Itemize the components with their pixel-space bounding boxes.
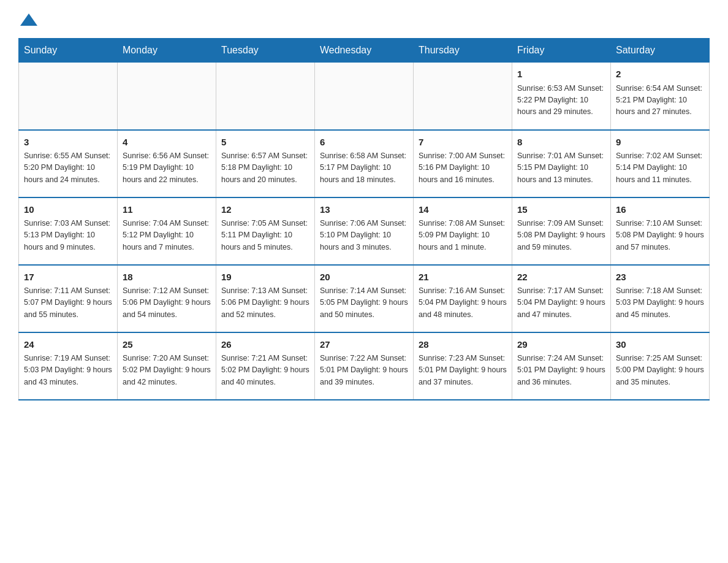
calendar-cell: 16Sunrise: 7:10 AM Sunset: 5:08 PM Dayli…	[611, 197, 710, 265]
calendar-cell: 3Sunrise: 6:55 AM Sunset: 5:20 PM Daylig…	[19, 130, 118, 197]
day-info: Sunrise: 7:17 AM Sunset: 5:04 PM Dayligh…	[517, 285, 605, 321]
calendar-cell: 8Sunrise: 7:01 AM Sunset: 5:15 PM Daylig…	[512, 130, 611, 197]
day-info: Sunrise: 7:02 AM Sunset: 5:14 PM Dayligh…	[616, 150, 704, 186]
day-number: 19	[221, 270, 309, 285]
calendar-cell: 5Sunrise: 6:57 AM Sunset: 5:18 PM Daylig…	[216, 130, 315, 197]
day-number: 26	[221, 338, 309, 352]
calendar-cell: 9Sunrise: 7:02 AM Sunset: 5:14 PM Daylig…	[611, 130, 710, 197]
day-number: 2	[616, 67, 704, 82]
day-number: 11	[123, 203, 211, 217]
calendar-cell: 1Sunrise: 6:53 AM Sunset: 5:22 PM Daylig…	[512, 63, 611, 130]
day-number: 15	[517, 203, 605, 217]
day-info: Sunrise: 7:11 AM Sunset: 5:07 PM Dayligh…	[24, 285, 112, 321]
day-number: 25	[123, 338, 211, 352]
calendar-cell: 28Sunrise: 7:23 AM Sunset: 5:01 PM Dayli…	[414, 332, 512, 400]
calendar-week-row: 1Sunrise: 6:53 AM Sunset: 5:22 PM Daylig…	[19, 63, 710, 130]
day-info: Sunrise: 7:23 AM Sunset: 5:01 PM Dayligh…	[419, 353, 507, 388]
day-info: Sunrise: 7:19 AM Sunset: 5:03 PM Dayligh…	[24, 353, 112, 388]
header-friday: Friday	[512, 39, 611, 63]
day-number: 4	[123, 136, 211, 150]
day-number: 27	[320, 338, 408, 352]
day-number: 24	[24, 338, 112, 352]
calendar-cell	[315, 63, 414, 130]
calendar-table: Sunday Monday Tuesday Wednesday Thursday…	[18, 38, 710, 400]
day-number: 1	[517, 67, 605, 82]
calendar-cell: 24Sunrise: 7:19 AM Sunset: 5:03 PM Dayli…	[19, 332, 118, 400]
calendar-cell: 14Sunrise: 7:08 AM Sunset: 5:09 PM Dayli…	[414, 197, 512, 265]
calendar-cell: 11Sunrise: 7:04 AM Sunset: 5:12 PM Dayli…	[118, 197, 216, 265]
day-info: Sunrise: 7:09 AM Sunset: 5:08 PM Dayligh…	[517, 218, 605, 253]
day-number: 6	[320, 136, 408, 150]
day-number: 14	[419, 203, 507, 217]
calendar-cell: 7Sunrise: 7:00 AM Sunset: 5:16 PM Daylig…	[414, 130, 512, 197]
day-info: Sunrise: 7:24 AM Sunset: 5:01 PM Dayligh…	[517, 353, 605, 388]
calendar-cell	[118, 63, 216, 130]
calendar-cell: 15Sunrise: 7:09 AM Sunset: 5:08 PM Dayli…	[512, 197, 611, 265]
day-info: Sunrise: 7:25 AM Sunset: 5:00 PM Dayligh…	[616, 353, 704, 388]
day-info: Sunrise: 7:14 AM Sunset: 5:05 PM Dayligh…	[320, 285, 408, 321]
day-info: Sunrise: 7:01 AM Sunset: 5:15 PM Dayligh…	[517, 150, 605, 186]
day-info: Sunrise: 6:54 AM Sunset: 5:21 PM Dayligh…	[616, 83, 704, 118]
calendar-cell	[414, 63, 512, 130]
calendar-cell: 25Sunrise: 7:20 AM Sunset: 5:02 PM Dayli…	[118, 332, 216, 400]
logo	[18, 12, 37, 26]
calendar-week-row: 17Sunrise: 7:11 AM Sunset: 5:07 PM Dayli…	[19, 265, 710, 332]
weekday-header-row: Sunday Monday Tuesday Wednesday Thursday…	[19, 39, 710, 63]
day-info: Sunrise: 6:57 AM Sunset: 5:18 PM Dayligh…	[221, 150, 309, 186]
day-info: Sunrise: 6:56 AM Sunset: 5:19 PM Dayligh…	[123, 150, 211, 186]
day-number: 13	[320, 203, 408, 217]
day-info: Sunrise: 6:58 AM Sunset: 5:17 PM Dayligh…	[320, 150, 408, 186]
calendar-week-row: 24Sunrise: 7:19 AM Sunset: 5:03 PM Dayli…	[19, 332, 710, 400]
header-saturday: Saturday	[611, 39, 710, 63]
calendar-cell: 6Sunrise: 6:58 AM Sunset: 5:17 PM Daylig…	[315, 130, 414, 197]
day-number: 3	[24, 136, 112, 150]
calendar-cell	[216, 63, 315, 130]
day-number: 7	[419, 136, 507, 150]
day-number: 17	[24, 270, 112, 285]
calendar-cell: 4Sunrise: 6:56 AM Sunset: 5:19 PM Daylig…	[118, 130, 216, 197]
day-number: 18	[123, 270, 211, 285]
calendar-cell	[19, 63, 118, 130]
day-info: Sunrise: 7:13 AM Sunset: 5:06 PM Dayligh…	[221, 285, 309, 321]
day-number: 12	[221, 203, 309, 217]
calendar-cell: 13Sunrise: 7:06 AM Sunset: 5:10 PM Dayli…	[315, 197, 414, 265]
calendar-week-row: 10Sunrise: 7:03 AM Sunset: 5:13 PM Dayli…	[19, 197, 710, 265]
day-info: Sunrise: 7:08 AM Sunset: 5:09 PM Dayligh…	[419, 218, 507, 253]
logo-triangle-icon	[20, 13, 37, 26]
calendar-week-row: 3Sunrise: 6:55 AM Sunset: 5:20 PM Daylig…	[19, 130, 710, 197]
day-info: Sunrise: 7:21 AM Sunset: 5:02 PM Dayligh…	[221, 353, 309, 388]
day-number: 10	[24, 203, 112, 217]
header	[18, 12, 710, 26]
day-number: 9	[616, 136, 704, 150]
calendar-cell: 30Sunrise: 7:25 AM Sunset: 5:00 PM Dayli…	[611, 332, 710, 400]
day-info: Sunrise: 7:05 AM Sunset: 5:11 PM Dayligh…	[221, 218, 309, 253]
calendar-cell: 10Sunrise: 7:03 AM Sunset: 5:13 PM Dayli…	[19, 197, 118, 265]
calendar-cell: 17Sunrise: 7:11 AM Sunset: 5:07 PM Dayli…	[19, 265, 118, 332]
day-number: 28	[419, 338, 507, 352]
calendar-cell: 29Sunrise: 7:24 AM Sunset: 5:01 PM Dayli…	[512, 332, 611, 400]
day-number: 21	[419, 270, 507, 285]
day-number: 20	[320, 270, 408, 285]
day-number: 8	[517, 136, 605, 150]
day-info: Sunrise: 7:22 AM Sunset: 5:01 PM Dayligh…	[320, 353, 408, 388]
header-tuesday: Tuesday	[216, 39, 315, 63]
calendar-cell: 18Sunrise: 7:12 AM Sunset: 5:06 PM Dayli…	[118, 265, 216, 332]
day-info: Sunrise: 6:53 AM Sunset: 5:22 PM Dayligh…	[517, 83, 605, 118]
day-info: Sunrise: 7:04 AM Sunset: 5:12 PM Dayligh…	[123, 218, 211, 253]
day-info: Sunrise: 7:18 AM Sunset: 5:03 PM Dayligh…	[616, 285, 704, 321]
day-info: Sunrise: 7:06 AM Sunset: 5:10 PM Dayligh…	[320, 218, 408, 253]
calendar-cell: 19Sunrise: 7:13 AM Sunset: 5:06 PM Dayli…	[216, 265, 315, 332]
day-number: 22	[517, 270, 605, 285]
calendar-cell: 26Sunrise: 7:21 AM Sunset: 5:02 PM Dayli…	[216, 332, 315, 400]
header-sunday: Sunday	[19, 39, 118, 63]
day-number: 30	[616, 338, 704, 352]
day-info: Sunrise: 7:20 AM Sunset: 5:02 PM Dayligh…	[123, 353, 211, 388]
calendar-cell: 27Sunrise: 7:22 AM Sunset: 5:01 PM Dayli…	[315, 332, 414, 400]
calendar-cell: 22Sunrise: 7:17 AM Sunset: 5:04 PM Dayli…	[512, 265, 611, 332]
day-info: Sunrise: 6:55 AM Sunset: 5:20 PM Dayligh…	[24, 150, 112, 186]
day-number: 23	[616, 270, 704, 285]
calendar-cell: 23Sunrise: 7:18 AM Sunset: 5:03 PM Dayli…	[611, 265, 710, 332]
day-info: Sunrise: 7:12 AM Sunset: 5:06 PM Dayligh…	[123, 285, 211, 321]
day-info: Sunrise: 7:03 AM Sunset: 5:13 PM Dayligh…	[24, 218, 112, 253]
day-info: Sunrise: 7:10 AM Sunset: 5:08 PM Dayligh…	[616, 218, 704, 253]
